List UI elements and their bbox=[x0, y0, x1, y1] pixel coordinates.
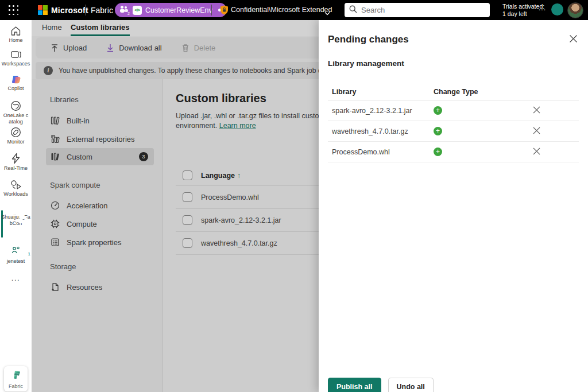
home-icon bbox=[10, 26, 21, 36]
product-name: Fabric bbox=[91, 6, 113, 15]
brand-name: Microsoft bbox=[51, 6, 88, 15]
nav-item-built-in[interactable]: Built-in bbox=[46, 112, 154, 129]
remove-change-button[interactable] bbox=[530, 146, 543, 158]
column-language[interactable]: Language↑ bbox=[201, 172, 241, 180]
select-all-checkbox[interactable] bbox=[183, 170, 192, 180]
custom-count-badge: 3 bbox=[139, 152, 148, 161]
rail-item-monitor[interactable]: Monitor bbox=[0, 127, 32, 145]
column-change-type: Change Type bbox=[434, 88, 525, 96]
x-icon bbox=[533, 127, 540, 134]
fabric-logo bbox=[11, 370, 21, 380]
sensitivity-label[interactable]: Confidential\Microsoft Extended bbox=[231, 6, 332, 14]
app-launcher-waffle-icon[interactable] bbox=[8, 5, 20, 16]
page-title: Custom libraries bbox=[176, 92, 266, 105]
presence-dot-icon[interactable] bbox=[551, 3, 563, 15]
x-icon bbox=[533, 106, 540, 114]
pending-row: wavethresh_4.7.0.tar.gz + bbox=[328, 121, 579, 142]
resources-file-icon bbox=[51, 282, 60, 292]
left-rail: Home Workspaces Copilot OneLake catalog … bbox=[0, 20, 32, 392]
nav-item-acceleration[interactable]: Acceleration bbox=[46, 197, 154, 214]
library-file-name: spark-avro_2.12-3.2.1.jar bbox=[201, 216, 281, 224]
onelake-catalog-icon bbox=[10, 100, 21, 111]
nav-item-resources[interactable]: Resources bbox=[46, 278, 154, 296]
download-icon bbox=[106, 44, 114, 52]
row-checkbox[interactable] bbox=[183, 238, 192, 248]
library-file-name: ProcessDemo.whl bbox=[201, 193, 259, 201]
nav-item-external-repositories[interactable]: External repositories bbox=[46, 130, 154, 148]
code-icon: </> bbox=[133, 6, 142, 15]
section-title-libraries: Libraries bbox=[50, 95, 79, 104]
rail-more-icon[interactable]: ... bbox=[0, 274, 32, 282]
acceleration-icon bbox=[51, 201, 60, 210]
custom-library-icon bbox=[51, 152, 60, 161]
rail-item-copilot[interactable]: Copilot bbox=[0, 75, 32, 92]
workspaces-icon bbox=[10, 49, 22, 60]
panel-section-title: Library management bbox=[328, 59, 404, 68]
close-icon bbox=[569, 34, 578, 43]
properties-list-icon bbox=[51, 238, 60, 247]
top-bar: Microsoft Fabric 2 </> CustomerReviewEnv… bbox=[0, 0, 588, 20]
sort-ascending-icon: ↑ bbox=[237, 172, 241, 180]
rail-item-shuaijun-fabcon[interactable]: 2 Shuaijun_FabCon bbox=[0, 213, 32, 226]
panel-footer: Publish all Undo all bbox=[328, 378, 434, 392]
row-checkbox[interactable] bbox=[183, 215, 192, 225]
library-file-name: wavethresh_4.7.0.tar.gz bbox=[201, 239, 277, 247]
nav-item-custom[interactable]: Custom 3 bbox=[46, 148, 154, 165]
trash-icon bbox=[181, 44, 189, 52]
monitor-icon bbox=[10, 127, 21, 138]
copilot-icon bbox=[11, 75, 21, 84]
environment-badge[interactable]: 2 </> CustomerReviewEnv bbox=[115, 3, 227, 17]
rail-item-workloads[interactable]: Workloads bbox=[0, 180, 32, 197]
download-all-button[interactable]: Download all bbox=[99, 40, 168, 56]
close-panel-button[interactable] bbox=[567, 34, 579, 45]
teams-icon: 2 bbox=[119, 6, 129, 14]
microsoft-logo bbox=[38, 5, 48, 15]
pending-library-name: ProcessDemo.whl bbox=[328, 148, 434, 156]
upload-icon bbox=[51, 44, 59, 52]
pending-row: spark-avro_2.12-3.2.1.jar + bbox=[328, 100, 579, 121]
remove-change-button[interactable] bbox=[530, 125, 543, 138]
rail-item-home[interactable]: Home bbox=[0, 26, 32, 44]
fabric-home-button[interactable]: Fabric bbox=[4, 366, 28, 391]
publish-all-button[interactable]: Publish all bbox=[328, 378, 381, 392]
environment-name: CustomerReviewEnv bbox=[145, 6, 212, 14]
info-icon: i bbox=[44, 66, 53, 75]
delete-button[interactable]: Delete bbox=[175, 40, 223, 56]
lightning-icon bbox=[10, 153, 21, 164]
upload-button[interactable]: Upload bbox=[44, 40, 94, 56]
learn-more-link[interactable]: Learn more bbox=[219, 122, 256, 130]
chevron-down-icon[interactable] bbox=[324, 7, 330, 18]
rail-item-jenetest[interactable]: 1 jenetest bbox=[0, 244, 32, 265]
tab-home[interactable]: Home bbox=[42, 20, 62, 36]
topbar-more-icon[interactable]: ... bbox=[539, 4, 546, 12]
topbar-divider bbox=[85, 5, 86, 15]
change-type-add-icon: + bbox=[434, 127, 442, 135]
jenetest-app-icon: 1 bbox=[0, 244, 32, 257]
search-input[interactable] bbox=[361, 6, 476, 14]
workloads-icon bbox=[10, 180, 22, 190]
rail-item-workspaces[interactable]: Workspaces bbox=[0, 49, 32, 67]
pending-table-header: Library Change Type bbox=[328, 83, 579, 100]
page-description: Upload .jar, .whl or .tar.gz files to in… bbox=[176, 111, 334, 131]
column-library: Library bbox=[328, 88, 434, 96]
pending-row: ProcessDemo.whl + bbox=[328, 142, 579, 162]
global-search bbox=[345, 3, 490, 17]
external-repositories-icon bbox=[51, 134, 60, 143]
topbar-divider bbox=[211, 5, 212, 15]
pending-changes-table: Library Change Type spark-avro_2.12-3.2.… bbox=[328, 83, 579, 162]
change-type-add-icon: + bbox=[434, 148, 442, 156]
nav-item-spark-properties[interactable]: Spark properties bbox=[46, 234, 154, 251]
rail-item-onelake-catalog[interactable]: OneLake catalog bbox=[0, 100, 32, 125]
user-avatar[interactable] bbox=[567, 2, 583, 18]
row-checkbox[interactable] bbox=[183, 192, 192, 202]
undo-all-button[interactable]: Undo all bbox=[388, 378, 434, 392]
nav-item-compute[interactable]: Compute bbox=[46, 215, 154, 232]
change-type-add-icon: + bbox=[434, 106, 442, 115]
rail-item-realtime[interactable]: Real-Time bbox=[0, 153, 32, 172]
sensitivity-shield-icon bbox=[220, 5, 229, 17]
tab-custom-libraries[interactable]: Custom libraries bbox=[71, 20, 130, 36]
pending-changes-panel: Pending changes Library management Libra… bbox=[319, 20, 588, 392]
section-title-storage: Storage bbox=[50, 262, 76, 271]
compute-chip-icon bbox=[51, 219, 60, 228]
remove-change-button[interactable] bbox=[530, 104, 543, 117]
